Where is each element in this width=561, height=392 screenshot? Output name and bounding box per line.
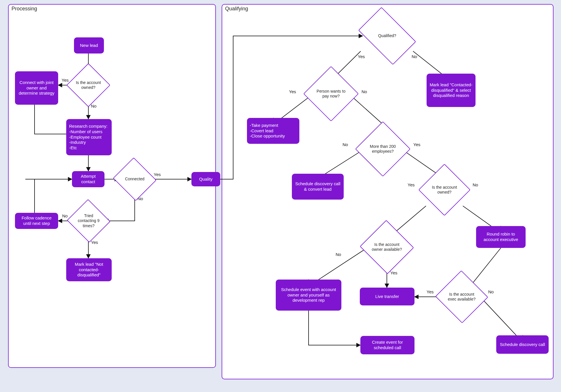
node-round-robin-label: Round robin to account executive <box>479 232 523 242</box>
label-qualified-yes: Yes <box>358 54 365 59</box>
flowchart-canvas: Processing Qualifying <box>0 0 561 392</box>
node-connect-strategy-label: Connect with joint owner and determine s… <box>18 80 55 96</box>
label-execavail-yes: Yes <box>427 289 433 294</box>
node-create-event-label: Create event for scheduled call <box>363 340 412 351</box>
node-schedule-discovery-label: Schedule discovery call <box>500 342 545 347</box>
label-qualified-no: No <box>412 54 417 59</box>
node-create-event: Create event for scheduled call <box>360 336 414 354</box>
label-200-yes: Yes <box>413 142 420 147</box>
node-qualified-label: Qualified? <box>376 33 398 39</box>
node-is-account-owned-1-label: Is the account owned? <box>73 80 104 90</box>
node-mark-disqualified: Mark lead "Contacted-disqualified" & sel… <box>427 74 476 107</box>
node-exec-available-label: Is the account exec available? <box>443 292 481 302</box>
lane-qualifying: Qualifying <box>222 4 554 379</box>
node-live-transfer-label: Live transfer <box>375 294 399 299</box>
label-owneravail-no: No <box>336 252 341 257</box>
node-quality: Quality <box>191 172 220 186</box>
label-tried9-no: No <box>62 213 68 218</box>
node-exec-available: Is the account exec available? <box>443 278 481 315</box>
label-connected-yes: Yes <box>154 172 161 177</box>
node-new-lead: New lead <box>74 37 104 53</box>
lane-qualifying-title: Qualifying <box>225 6 248 12</box>
lane-processing: Processing <box>8 4 216 368</box>
node-follow-cadence-label: Follow cadence until next step <box>18 215 55 226</box>
node-attempt-contact: Attempt contact <box>72 171 104 187</box>
node-mark-not-contacted-label: Mark lead "Not contacted-disqualified" <box>69 262 109 278</box>
node-is-account-owned-2: Is the account owned? <box>426 171 463 208</box>
node-schedule-discovery-convert-label: Schedule discovery call & convert lead <box>295 181 341 192</box>
node-take-payment: -Take payment -Covert lead -Close opport… <box>247 118 299 144</box>
node-pay-now: Person wants to pay now? <box>311 74 351 113</box>
label-owned1-yes: Yes <box>62 78 69 83</box>
label-200-no: No <box>343 142 348 147</box>
label-paynow-no: No <box>362 89 367 94</box>
node-quality-label: Quality <box>199 177 213 182</box>
node-more-than-200-label: More than 200 employees? <box>363 144 402 154</box>
node-follow-cadence: Follow cadence until next step <box>15 213 58 229</box>
node-connect-strategy: Connect with joint owner and determine s… <box>15 71 58 105</box>
node-is-account-owned-2-label: Is the account owned? <box>426 185 463 195</box>
label-owned1-no: No <box>91 104 96 108</box>
node-research-company-label: Research company: -Number of users -Empl… <box>69 124 107 151</box>
node-connected-label: Connected <box>123 177 146 182</box>
node-more-than-200: More than 200 employees? <box>363 129 402 169</box>
label-owned2-yes: Yes <box>408 182 414 187</box>
node-owner-available-label: Is the account owner available? <box>367 242 406 252</box>
node-schedule-discovery: Schedule discovery call <box>496 335 549 354</box>
node-research-company: Research company: -Number of users -Empl… <box>66 119 112 155</box>
label-tried9-yes: Yes <box>91 240 98 245</box>
node-schedule-discovery-convert: Schedule discovery call & convert lead <box>292 174 344 200</box>
node-is-account-owned-1: Is the account owned? <box>73 70 104 101</box>
node-attempt-contact-label: Attempt contact <box>75 174 102 185</box>
node-connected: Connected <box>119 165 151 194</box>
lane-processing-title: Processing <box>12 6 37 12</box>
node-schedule-event-owner-label: Schedule event with account owner and yo… <box>279 287 338 303</box>
node-qualified: Qualified? <box>363 20 412 52</box>
node-new-lead-label: New lead <box>80 43 98 48</box>
node-round-robin: Round robin to account executive <box>476 226 526 248</box>
label-paynow-yes: Yes <box>289 89 296 94</box>
node-tried-9: Tried contacting 9 times? <box>73 206 104 236</box>
label-owned2-no: No <box>473 182 478 187</box>
node-live-transfer: Live transfer <box>360 288 414 305</box>
node-pay-now-label: Person wants to pay now? <box>311 89 351 99</box>
node-mark-disqualified-label: Mark lead "Contacted-disqualified" & sel… <box>429 82 473 98</box>
node-owner-available: Is the account owner available? <box>367 228 406 266</box>
node-take-payment-label: -Take payment -Covert lead -Close opport… <box>250 123 285 139</box>
label-owneravail-yes: Yes <box>390 270 397 275</box>
node-mark-not-contacted: Mark lead "Not contacted-disqualified" <box>66 258 112 281</box>
node-tried-9-label: Tried contacting 9 times? <box>73 213 104 229</box>
label-execavail-no: No <box>488 289 494 294</box>
node-schedule-event-owner: Schedule event with account owner and yo… <box>276 280 341 311</box>
